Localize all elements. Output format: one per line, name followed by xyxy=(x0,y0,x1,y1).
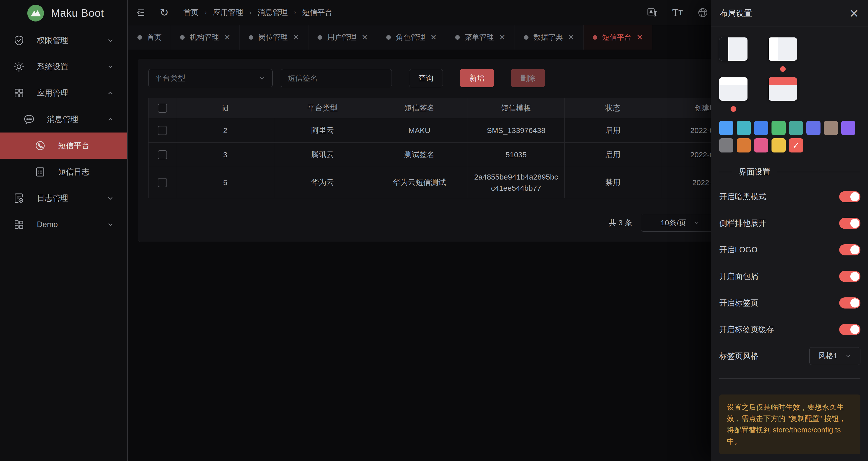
page-size-value: 10条/页 xyxy=(660,218,686,228)
add-button[interactable]: 新增 xyxy=(460,69,494,87)
tab-menu-management[interactable]: 菜单管理 ✕ xyxy=(446,25,515,50)
sidebar: Maku Boot 权限管理 系统设置 xyxy=(0,0,128,461)
breadcrumb-toggle[interactable] xyxy=(839,271,861,282)
breadcrumb-item-app-management[interactable]: 应用管理 xyxy=(213,7,243,18)
tab-post-management[interactable]: 岗位管理 ✕ xyxy=(240,25,308,50)
breadcrumb-separator: › xyxy=(294,8,296,17)
sidebar-item-app-management[interactable]: 应用管理 xyxy=(0,80,127,106)
dark-sidebar-thumbnail[interactable] xyxy=(719,37,747,61)
platform-type-select[interactable]: 平台类型 xyxy=(148,69,273,87)
cell-template: SMS_133976438 xyxy=(468,118,565,143)
color-swatch[interactable] xyxy=(806,121,820,135)
page-size-select[interactable]: 10条/页 xyxy=(641,214,720,232)
tab-dot-icon xyxy=(593,35,597,40)
tabs-toggle[interactable] xyxy=(839,297,861,309)
chevron-down-icon xyxy=(106,63,114,70)
translate-icon[interactable] xyxy=(646,6,658,19)
close-icon[interactable]: ✕ xyxy=(499,34,505,41)
sms-sign-input[interactable] xyxy=(287,74,385,82)
color-swatch[interactable] xyxy=(789,121,803,135)
tab-dot-icon xyxy=(137,35,142,40)
thumb-topbar-strip xyxy=(719,77,747,85)
setting-sidebar-exclusive: 侧栏排他展开 xyxy=(719,210,861,236)
row-checkbox[interactable] xyxy=(158,126,167,135)
globe-icon[interactable] xyxy=(697,6,709,19)
tab-dot-icon xyxy=(524,35,528,40)
sidebar-item-permissions[interactable]: 权限管理 xyxy=(0,27,127,54)
font-size-icon[interactable]: TT xyxy=(672,6,684,19)
document-check-icon xyxy=(12,192,26,205)
theme-option-light-topbar xyxy=(719,77,765,117)
red-topbar-thumbnail[interactable] xyxy=(769,77,797,100)
close-icon[interactable]: ✕ xyxy=(362,34,368,41)
select-all-checkbox[interactable] xyxy=(158,104,167,113)
breadcrumb-item-home[interactable]: 首页 xyxy=(183,7,198,18)
drawer-header: 布局设置 ✕ xyxy=(711,0,868,27)
logo-toggle[interactable] xyxy=(839,244,861,255)
setting-dark-mode: 开启暗黑模式 xyxy=(719,183,861,210)
sidebar-item-sms-log[interactable]: 短信日志 xyxy=(0,159,127,185)
color-swatch[interactable] xyxy=(754,138,768,152)
mountain-logo-icon xyxy=(27,5,44,22)
cell-status: 启用 xyxy=(565,143,661,167)
thumb-topbar-strip xyxy=(769,77,797,85)
row-select-cell xyxy=(149,118,176,143)
sidebar-item-message-management[interactable]: 消息管理 xyxy=(0,106,127,133)
divider-line xyxy=(719,172,732,172)
color-swatch[interactable] xyxy=(737,138,751,152)
color-swatch[interactable] xyxy=(772,121,786,135)
theme-option-red-topbar xyxy=(769,77,814,117)
sidebar-exclusive-toggle[interactable] xyxy=(839,218,861,229)
tab-home[interactable]: 首页 xyxy=(128,25,171,50)
tabs-cache-toggle[interactable] xyxy=(839,324,861,335)
chevron-down-icon xyxy=(106,195,114,202)
tab-org-management[interactable]: 机构管理 ✕ xyxy=(171,25,240,50)
tab-sms-platform[interactable]: 短信平台 ✕ xyxy=(584,25,652,50)
color-swatch[interactable] xyxy=(719,138,733,152)
interface-settings-divider: 界面设置 xyxy=(719,167,861,177)
menu-fold-icon[interactable] xyxy=(135,6,147,19)
color-swatch[interactable] xyxy=(737,121,751,135)
refresh-icon[interactable]: ↻ xyxy=(158,6,170,19)
delete-button[interactable]: 删除 xyxy=(511,69,545,87)
sidebar-item-label: 应用管理 xyxy=(37,88,68,98)
dark-mode-toggle[interactable] xyxy=(839,191,861,202)
setting-logo: 开启LOGO xyxy=(719,236,861,263)
tab-label: 角色管理 xyxy=(396,32,425,42)
close-icon[interactable]: ✕ xyxy=(849,7,859,19)
breadcrumb-item-sms-platform[interactable]: 短信平台 xyxy=(302,7,333,18)
color-swatch[interactable] xyxy=(824,121,838,135)
column-header-status: 状态 xyxy=(565,98,661,118)
light-sidebar-thumbnail[interactable] xyxy=(769,37,797,61)
app-logo: Maku Boot xyxy=(0,0,127,26)
cell-platform: 阿里云 xyxy=(274,118,371,143)
tab-user-management[interactable]: 用户管理 ✕ xyxy=(308,25,377,50)
light-topbar-thumbnail[interactable] xyxy=(719,77,747,100)
row-checkbox[interactable] xyxy=(158,178,167,187)
sidebar-item-sms-platform[interactable]: 短信平台 xyxy=(0,133,127,159)
color-swatch[interactable] xyxy=(772,138,786,152)
tab-data-dictionary[interactable]: 数据字典 ✕ xyxy=(515,25,584,50)
sidebar-item-demo[interactable]: Demo xyxy=(0,211,127,238)
color-swatch[interactable] xyxy=(719,121,733,135)
tab-style-select[interactable]: 风格1 xyxy=(809,347,861,365)
cell-platform: 腾讯云 xyxy=(274,143,371,167)
sidebar-item-system-settings[interactable]: 系统设置 xyxy=(0,54,127,80)
close-icon[interactable]: ✕ xyxy=(224,34,230,41)
breadcrumb-item-message-management[interactable]: 消息管理 xyxy=(257,7,288,18)
sidebar-item-label: 日志管理 xyxy=(37,193,68,204)
chat-bubble-icon xyxy=(22,113,36,126)
close-icon[interactable]: ✕ xyxy=(568,34,574,41)
close-icon[interactable]: ✕ xyxy=(637,34,643,41)
row-checkbox[interactable] xyxy=(158,150,167,159)
color-swatch[interactable] xyxy=(754,121,768,135)
sidebar-item-label: 短信平台 xyxy=(58,140,89,151)
search-button[interactable]: 查询 xyxy=(409,69,443,87)
close-icon[interactable]: ✕ xyxy=(293,34,299,41)
close-icon[interactable]: ✕ xyxy=(430,34,436,41)
tab-role-management[interactable]: 角色管理 ✕ xyxy=(377,25,446,50)
color-swatch-selected[interactable]: ✓ xyxy=(789,138,803,152)
sidebar-item-log-management[interactable]: 日志管理 xyxy=(0,185,127,211)
cell-status: 启用 xyxy=(565,118,661,143)
color-swatch[interactable] xyxy=(841,121,856,135)
